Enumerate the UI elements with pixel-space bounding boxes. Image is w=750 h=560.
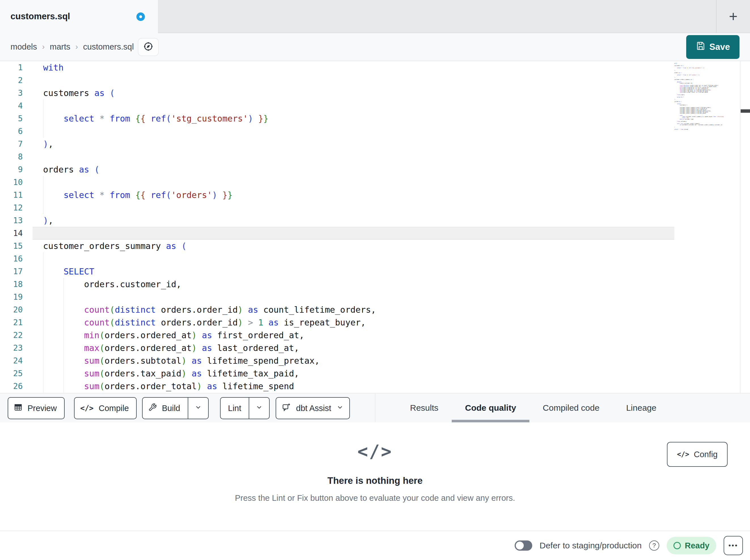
new-tab-button[interactable]: + bbox=[716, 0, 750, 33]
code-line[interactable]: 14 bbox=[0, 227, 674, 240]
code-line[interactable]: 12 bbox=[0, 201, 674, 214]
breadcrumb-bar: models › marts › customers.sql bbox=[0, 33, 750, 61]
line-number: 26 bbox=[0, 380, 33, 393]
tab-compiled-code-label: Compiled code bbox=[543, 403, 599, 413]
code-line[interactable]: 1with bbox=[0, 61, 674, 74]
compile-button[interactable]: </> Compile bbox=[74, 397, 137, 419]
navigate-compass-button[interactable] bbox=[138, 38, 159, 56]
code-line[interactable]: 2 bbox=[0, 74, 674, 87]
editor-toolbar: Preview </> Compile Build bbox=[0, 393, 750, 422]
tab-code-quality[interactable]: Code quality bbox=[452, 393, 529, 422]
code-line[interactable]: 11 select * from {{ ref('orders') }} bbox=[0, 189, 674, 201]
line-number: 16 bbox=[0, 252, 33, 265]
line-number: 4 bbox=[0, 99, 33, 112]
build-button-label: Build bbox=[160, 403, 182, 413]
line-number: 7 bbox=[0, 138, 33, 150]
file-tab-title: customers.sql bbox=[11, 0, 70, 33]
code-line[interactable]: 23 max(orders.ordered_at) as last_ordere… bbox=[0, 341, 674, 354]
code-line[interactable]: 7), bbox=[0, 138, 674, 150]
line-number: 21 bbox=[0, 316, 33, 329]
build-button[interactable]: Build bbox=[143, 398, 188, 419]
wrench-icon bbox=[148, 403, 157, 414]
chevron-down-icon bbox=[195, 403, 202, 413]
help-icon[interactable]: ? bbox=[649, 540, 659, 551]
line-number: 12 bbox=[0, 201, 33, 214]
code-line[interactable]: 10 bbox=[0, 176, 674, 189]
overflow-menu-button[interactable]: ••• bbox=[724, 536, 743, 555]
line-number: 6 bbox=[0, 125, 33, 138]
unsaved-changes-dot-icon bbox=[136, 13, 145, 21]
code-brackets-icon: </> bbox=[80, 404, 94, 412]
code-line[interactable]: 24 sum(orders.subtotal) as lifetime_spen… bbox=[0, 354, 674, 367]
dbt-assist-button-label: dbt Assist bbox=[294, 403, 333, 413]
code-line[interactable]: 8 bbox=[0, 150, 674, 163]
code-line[interactable]: 9orders as ( bbox=[0, 163, 674, 176]
code-line[interactable]: 17 SELECT bbox=[0, 265, 674, 278]
code-line[interactable]: 4 bbox=[0, 99, 674, 112]
active-tab-underline bbox=[452, 420, 529, 422]
tab-results-label: Results bbox=[410, 403, 438, 413]
results-panel: </> There is nothing here Press the Lint… bbox=[0, 422, 750, 531]
tab-code-quality-label: Code quality bbox=[465, 403, 516, 413]
code-line[interactable]: 6 bbox=[0, 125, 674, 138]
editor-scrollbar-marker[interactable] bbox=[741, 109, 750, 113]
line-number: 17 bbox=[0, 265, 33, 278]
editor-code-area[interactable]: 1with23customers as (45 select * from {{… bbox=[0, 61, 674, 393]
empty-state-subtitle: Press the Lint or Fix button above to ev… bbox=[0, 494, 750, 503]
code-line[interactable]: 16 bbox=[0, 252, 674, 265]
code-brackets-icon: </> bbox=[0, 441, 750, 462]
editor-minimap[interactable]: with customers as ( select * from {{ ref… bbox=[674, 63, 739, 130]
code-line[interactable]: 22 min(orders.ordered_at) as first_order… bbox=[0, 329, 674, 341]
tab-lineage-label: Lineage bbox=[626, 403, 656, 413]
code-line[interactable]: 25 sum(orders.tax_paid) as lifetime_tax_… bbox=[0, 367, 674, 380]
code-line[interactable]: 3customers as ( bbox=[0, 87, 674, 99]
file-tab-customers-sql[interactable]: customers.sql bbox=[0, 0, 158, 33]
status-bar: Defer to staging/production ? Ready ••• bbox=[0, 531, 750, 560]
defer-toggle[interactable] bbox=[515, 540, 532, 551]
breadcrumb-item-file: customers.sql bbox=[83, 42, 134, 51]
defer-label: Defer to staging/production bbox=[539, 541, 642, 551]
tab-compiled-code[interactable]: Compiled code bbox=[529, 393, 613, 422]
empty-state-title: There is nothing here bbox=[0, 475, 750, 486]
config-button[interactable]: </> Config bbox=[667, 442, 728, 467]
breadcrumb-separator-icon: › bbox=[75, 42, 78, 51]
dbt-ide-window: customers.sql + models › marts › custome… bbox=[0, 0, 750, 560]
breadcrumb-item-models[interactable]: models bbox=[11, 42, 37, 51]
table-grid-icon bbox=[14, 403, 22, 414]
code-line[interactable]: 5 select * from {{ ref('stg_customers') … bbox=[0, 112, 674, 125]
lint-button[interactable]: Lint bbox=[221, 398, 249, 419]
compile-button-label: Compile bbox=[97, 403, 131, 413]
status-badge: Ready bbox=[667, 537, 716, 554]
code-line[interactable]: 21 count(distinct orders.order_id) > 1 a… bbox=[0, 316, 674, 329]
line-number: 3 bbox=[0, 87, 33, 99]
ready-label: Ready bbox=[685, 541, 709, 551]
save-button[interactable]: Save bbox=[686, 35, 739, 59]
preview-button-label: Preview bbox=[26, 403, 58, 413]
code-line[interactable]: 18 orders.customer_id, bbox=[0, 278, 674, 291]
line-number: 2 bbox=[0, 74, 33, 87]
build-split-button: Build bbox=[142, 397, 209, 419]
lint-dropdown-button[interactable] bbox=[249, 398, 269, 419]
toggle-knob bbox=[516, 542, 524, 549]
editor-scrollbar-track[interactable] bbox=[740, 61, 750, 393]
lint-split-button: Lint bbox=[220, 397, 270, 419]
line-number: 9 bbox=[0, 163, 33, 176]
line-number: 10 bbox=[0, 176, 33, 189]
line-number: 15 bbox=[0, 240, 33, 252]
code-line[interactable]: 19 bbox=[0, 291, 674, 303]
build-dropdown-button[interactable] bbox=[188, 398, 208, 419]
code-line[interactable]: 15customer_orders_summary as ( bbox=[0, 240, 674, 252]
breadcrumb-item-marts[interactable]: marts bbox=[50, 42, 71, 51]
dbt-assist-button[interactable]: dbt Assist bbox=[276, 397, 350, 419]
code-line[interactable]: 13), bbox=[0, 214, 674, 227]
lint-button-label: Lint bbox=[226, 403, 243, 413]
code-brackets-icon: </> bbox=[677, 450, 689, 458]
code-line[interactable]: 26 sum(orders.order_total) as lifetime_s… bbox=[0, 380, 674, 393]
line-number: 25 bbox=[0, 367, 33, 380]
preview-button[interactable]: Preview bbox=[8, 397, 65, 419]
code-line[interactable]: 20 count(distinct orders.order_id) as co… bbox=[0, 303, 674, 316]
save-floppy-icon bbox=[696, 41, 706, 53]
tab-results[interactable]: Results bbox=[397, 393, 452, 422]
tab-lineage[interactable]: Lineage bbox=[613, 393, 670, 422]
line-number: 5 bbox=[0, 112, 33, 125]
